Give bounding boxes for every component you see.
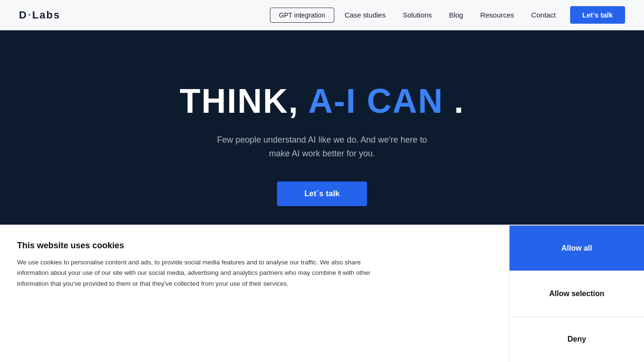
hero-title-blue: A-I CAN [308, 82, 444, 120]
nav-contact[interactable]: Contact [525, 8, 563, 22]
logo-prefix: D [19, 9, 27, 21]
hero-subtitle-line1: Few people understand AI like we do. And… [217, 135, 427, 145]
cookie-body: We use cookies to personalise content an… [17, 257, 377, 289]
nav-blog[interactable]: Blog [442, 8, 470, 22]
cookie-content: This website uses cookies We use cookies… [0, 226, 509, 362]
allow-selection-button[interactable]: Allow selection [510, 271, 644, 317]
logo-suffix: Labs [32, 9, 60, 21]
header-cta-button[interactable]: Let's talk [570, 6, 625, 24]
nav-case-studies[interactable]: Case studies [338, 8, 393, 22]
hero-title: THINK, A-I CAN . [179, 82, 464, 120]
hero-subtitle-line2: make AI work better for you. [269, 149, 375, 158]
logo: D·Labs [19, 9, 60, 21]
cookie-title: This website uses cookies [17, 241, 492, 251]
allow-all-button[interactable]: Allow all [510, 226, 644, 271]
main-nav: GPT integration Case studies Solutions B… [270, 6, 625, 24]
deny-button[interactable]: Deny [510, 317, 644, 362]
logo-separator: · [28, 9, 32, 21]
hero-cta-button[interactable]: Let´s talk [277, 181, 367, 206]
gpt-integration-button[interactable]: GPT integration [270, 8, 334, 23]
logo-text: D·Labs [19, 9, 60, 21]
header: D·Labs GPT integration Case studies Solu… [0, 0, 644, 30]
cookie-banner: This website uses cookies We use cookies… [0, 225, 644, 362]
hero-subtitle: Few people understand AI like we do. And… [217, 133, 427, 161]
nav-resources[interactable]: Resources [474, 8, 521, 22]
hero-title-dot: . [454, 82, 465, 120]
nav-solutions[interactable]: Solutions [396, 8, 438, 22]
cookie-actions: Allow all Allow selection Deny [509, 226, 644, 362]
hero-title-white: THINK, [179, 82, 299, 120]
